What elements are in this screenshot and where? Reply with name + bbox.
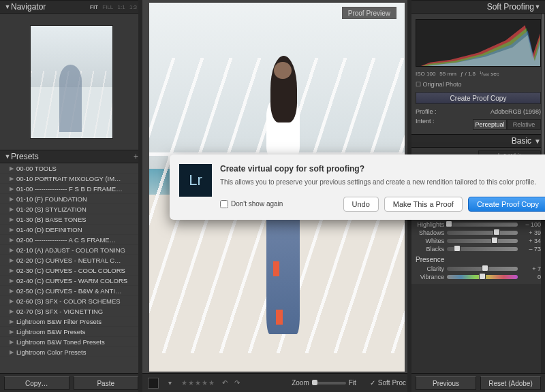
soft-proofing-title: Soft Proofing [416, 2, 534, 12]
check-icon: ✓ [370, 379, 375, 387]
presets-header[interactable]: ▼ Presets + [0, 150, 142, 163]
preset-folder[interactable]: ▶01-20 (S) STYLIZATION [0, 204, 138, 214]
left-bottom-bar: Copy… Paste [0, 373, 142, 392]
soft-proofing-header[interactable]: Soft Proofing ▼ [411, 0, 545, 14]
preset-folder[interactable]: ▶02-50 (C) CURVES - B&W & ANTI… [0, 286, 138, 296]
chevron-down-icon: ▼ [534, 137, 541, 145]
paste-button[interactable]: Paste [74, 376, 139, 390]
triangle-right-icon: ▶ [10, 247, 16, 253]
preset-folder[interactable]: ▶01-30 (B) BASE TONES [0, 214, 138, 225]
proof-preview-badge: Proof Preview [342, 7, 396, 19]
create-proof-copy-button[interactable]: Create Proof Copy [416, 92, 541, 104]
preset-folder[interactable]: ▶Lightroom B&W Presets [0, 327, 138, 337]
chevron-down-icon: ▼ [4, 3, 11, 10]
preset-folder[interactable]: ▶02-10 (A) ADJUST - COLOR TONING [0, 245, 138, 255]
preset-folder[interactable]: ▶01-00 --------------- F S B D FRAME… [0, 184, 138, 194]
triangle-right-icon: ▶ [10, 206, 16, 212]
triangle-right-icon: ▶ [10, 318, 16, 325]
preset-folder[interactable]: ▶Lightroom Color Presets [0, 347, 138, 357]
blacks-slider[interactable]: Blacks– 73 [416, 245, 541, 253]
rating-stars[interactable]: ★★★★★ [181, 379, 215, 387]
triangle-right-icon: ▶ [10, 288, 16, 294]
whites-slider[interactable]: Whites+ 34 [416, 237, 541, 245]
dont-show-again-checkbox[interactable]: Don't show again [220, 200, 283, 208]
chevron-down-icon: ▼ [534, 3, 541, 10]
triangle-right-icon: ▶ [10, 186, 16, 192]
profile-label: Profile : [416, 108, 437, 115]
rotate-right-button[interactable]: ↷ [234, 379, 240, 387]
left-rail[interactable] [138, 0, 142, 392]
triangle-right-icon: ▶ [10, 349, 16, 355]
add-preset-icon[interactable]: + [134, 152, 138, 161]
triangle-right-icon: ▶ [10, 176, 16, 182]
triangle-right-icon: ▶ [10, 227, 16, 233]
make-this-a-proof-button[interactable]: Make This a Proof [384, 197, 463, 212]
triangle-right-icon: ▶ [10, 298, 16, 304]
zoom-label: Zoom [292, 379, 309, 387]
navigator-zoom-modes[interactable]: FIT FILL 1:1 1:3 [89, 4, 138, 10]
triangle-right-icon: ▶ [10, 196, 16, 202]
center-toolbar: ▾ ★★★★★ ↶ ↷ Zoom Fit ✓ Soft Proc [142, 373, 411, 392]
copy-button[interactable]: Copy… [4, 376, 69, 390]
clarity-slider[interactable]: Clarity+ 7 [416, 265, 541, 273]
soft-proofing-body: ISO 100 55 mm ƒ / 1.8 ¹/₅₀₀ sec ☐ Origin… [411, 14, 545, 134]
zoom-slider[interactable] [312, 382, 346, 385]
histogram[interactable] [416, 19, 541, 67]
triangle-right-icon: ▶ [10, 267, 16, 274]
soft-proof-dialog: Lr Create virtual copy for soft proofing… [170, 154, 545, 220]
lightroom-app-icon: Lr [179, 164, 212, 197]
soft-proof-toggle[interactable]: ✓ Soft Proc [370, 379, 406, 387]
basic-header[interactable]: Basic ▼ [411, 134, 545, 148]
preset-folder[interactable]: ▶Lightroom B&W Filter Presets [0, 316, 138, 327]
preset-folder[interactable]: ▶01-40 (D) DEFINITION [0, 225, 138, 235]
intent-segment[interactable]: Perceptual Relative [473, 119, 541, 130]
zoom-mode[interactable]: Fit [349, 379, 356, 387]
preset-folder[interactable]: ▶02-40 (C) CURVES - WARM COLORS [0, 276, 138, 286]
navigator-body[interactable] [0, 14, 142, 150]
right-bottom-bar: Previous Reset (Adobe) [411, 373, 545, 392]
preset-folder[interactable]: ▶02-30 (C) CURVES - COOL COLORS [0, 265, 138, 276]
compare-layout-button[interactable]: ▾ [166, 379, 174, 387]
triangle-right-icon: ▶ [10, 216, 16, 223]
previous-button[interactable]: Previous [416, 376, 476, 390]
preset-folder[interactable]: ▶02-60 (S) SFX - COLOR SCHEMES [0, 296, 138, 306]
intent-label: Intent : [416, 118, 435, 130]
dialog-title: Create virtual copy for soft proofing? [220, 164, 545, 174]
create-proof-copy-dialog-button[interactable]: Create Proof Copy [468, 197, 545, 212]
rotate-left-button[interactable]: ↶ [222, 379, 228, 387]
vibrance-slider[interactable]: Vibrance0 [416, 273, 541, 281]
left-panel: ▼ Navigator FIT FILL 1:1 1:3 ▼ Presets +… [0, 0, 142, 392]
highlights-slider[interactable]: Highlights– 100 [416, 220, 541, 229]
triangle-right-icon: ▶ [10, 165, 16, 172]
preset-folder[interactable]: ▶01-10 (F) FOUNDATION [0, 194, 138, 204]
navigator-header[interactable]: ▼ Navigator FIT FILL 1:1 1:3 [0, 0, 142, 14]
triangle-right-icon: ▶ [10, 257, 16, 263]
preset-folder[interactable]: ▶00-00 TOOLS [0, 163, 138, 174]
exif-readout: ISO 100 55 mm ƒ / 1.8 ¹/₅₀₀ sec [416, 69, 541, 80]
profile-value[interactable]: AdobeRGB (1998) [490, 108, 541, 115]
preset-folder[interactable]: ▶02-70 (S) SFX - VIGNETTING [0, 306, 138, 316]
before-after-toggle[interactable] [148, 378, 159, 389]
triangle-right-icon: ▶ [10, 278, 16, 284]
original-photo-checkbox[interactable]: ☐ Original Photo [416, 80, 541, 89]
preset-folder[interactable]: ▶Lightroom B&W Toned Presets [0, 337, 138, 347]
presets-list[interactable]: ▶00-00 TOOLS▶00-10 PORTRAIT MIXOLOGY (IM… [0, 163, 138, 373]
presence-title: Presence [416, 256, 444, 263]
presets-title: Presets [11, 152, 134, 161]
triangle-right-icon: ▶ [10, 308, 16, 314]
preset-folder[interactable]: ▶02-20 (C) CURVES - NEUTRAL C… [0, 255, 138, 265]
undo-button[interactable]: Undo [343, 197, 379, 212]
navigator-title: Navigator [11, 2, 89, 12]
shadows-slider[interactable]: Shadows+ 39 [416, 229, 541, 237]
navigator-thumbnail[interactable] [31, 26, 112, 138]
preset-folder[interactable]: ▶02-00 --------------- A C S FRAME… [0, 235, 138, 245]
triangle-right-icon: ▶ [10, 329, 16, 335]
preset-folder[interactable]: ▶00-10 PORTRAIT MIXOLOGY (IM… [0, 174, 138, 184]
reset-button[interactable]: Reset (Adobe) [480, 376, 541, 390]
dialog-body: This allows you to preserve your previou… [220, 178, 545, 187]
triangle-right-icon: ▶ [10, 339, 16, 345]
chevron-down-icon: ▼ [4, 153, 11, 160]
triangle-right-icon: ▶ [10, 237, 16, 243]
